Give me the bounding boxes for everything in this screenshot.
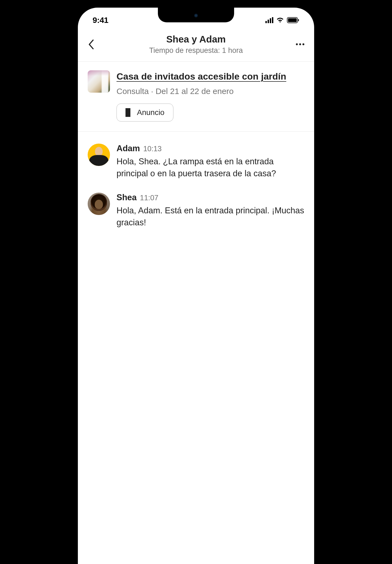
svg-rect-1: [288, 18, 297, 22]
cellular-signal-icon: [265, 17, 273, 23]
message-content: Adam 10:13 Hola, Shea. ¿La rampa está en…: [117, 144, 304, 180]
avatar[interactable]: [88, 193, 110, 215]
message-content: Shea 11:07 Hola, Adam. Está en la entrad…: [117, 193, 304, 229]
listing-thumbnail: [88, 70, 110, 93]
message-sender: Shea: [117, 193, 137, 202]
chevron-left-icon: [88, 39, 94, 50]
avatar-image: [88, 193, 110, 215]
wifi-icon: [276, 17, 284, 23]
listing-button[interactable]: Anuncio: [117, 104, 173, 122]
avatar[interactable]: [88, 144, 110, 166]
svg-rect-2: [298, 19, 299, 21]
battery-icon: [287, 17, 299, 23]
status-icons: [265, 17, 299, 23]
nav-header: Shea y Adam Tiempo de respuesta: 1 hora: [78, 28, 314, 62]
messages-list[interactable]: Adam 10:13 Hola, Shea. ¿La rampa está en…: [78, 132, 314, 254]
message-time: 10:13: [143, 145, 162, 153]
message-item: Adam 10:13 Hola, Shea. ¿La rampa está en…: [88, 144, 304, 180]
message-header: Adam 10:13: [117, 144, 304, 153]
listing-meta: Consulta · Del 21 al 22 de enero: [117, 87, 304, 96]
listing-button-label: Anuncio: [137, 108, 164, 117]
conversation-title: Shea y Adam: [99, 34, 293, 45]
phone-screen: 9:41: [78, 8, 314, 564]
avatar-image: [88, 144, 110, 166]
back-button[interactable]: [88, 39, 99, 50]
listing-card[interactable]: Casa de invitados accesible con jardín C…: [78, 62, 314, 132]
more-icon: [296, 43, 304, 45]
response-time-label: Tiempo de respuesta: 1 hora: [99, 46, 293, 55]
message-text: Hola, Adam. Está en la entrada principal…: [117, 205, 304, 229]
phone-frame: 9:41: [70, 0, 322, 564]
listing-title[interactable]: Casa de invitados accesible con jardín: [117, 70, 304, 83]
message-time: 11:07: [140, 194, 158, 202]
message-sender: Adam: [117, 144, 140, 153]
message-text: Hola, Shea. ¿La rampa está en la entrada…: [117, 156, 304, 180]
status-time: 9:41: [93, 16, 108, 25]
phone-notch: [158, 8, 234, 22]
door-icon: [125, 108, 133, 117]
message-item: Shea 11:07 Hola, Adam. Está en la entrad…: [88, 193, 304, 229]
nav-title-group: Shea y Adam Tiempo de respuesta: 1 hora: [99, 34, 293, 55]
listing-info: Casa de invitados accesible con jardín C…: [117, 70, 304, 122]
message-header: Shea 11:07: [117, 193, 304, 202]
more-options-button[interactable]: [293, 43, 304, 45]
